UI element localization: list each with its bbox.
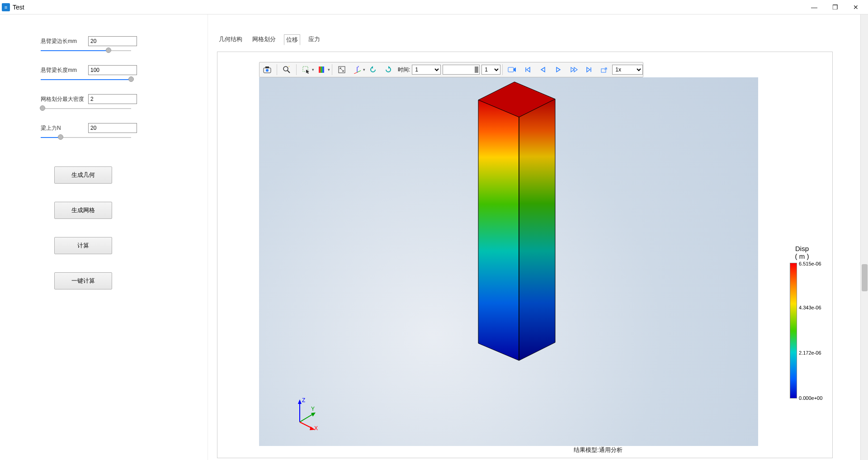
fit-icon[interactable]: [335, 63, 349, 76]
svg-point-1: [266, 69, 269, 72]
svg-rect-2: [265, 66, 269, 68]
compute-button[interactable]: 计算: [54, 237, 112, 254]
legend-title2: ( m ): [777, 252, 827, 260]
maximize-button[interactable]: ❐: [825, 0, 845, 14]
param-force-slider[interactable]: [41, 136, 131, 139]
svg-line-4: [288, 71, 290, 73]
svg-line-23: [300, 414, 313, 422]
svg-marker-18: [519, 99, 555, 360]
svg-text:z: z: [358, 66, 359, 68]
last-frame-icon[interactable]: [582, 63, 596, 76]
beam-model: [456, 81, 564, 361]
color-legend: Disp ( m ) 6.515e-06 4.343e-06 2.172e-06…: [758, 77, 832, 446]
screenshot-icon[interactable]: [260, 63, 274, 76]
play-icon[interactable]: [552, 63, 565, 76]
time-select[interactable]: 1: [412, 65, 441, 75]
svg-marker-17: [478, 100, 519, 360]
param-length-slider[interactable]: [41, 78, 131, 81]
redo-icon[interactable]: [382, 63, 395, 76]
svg-text:Z: Z: [302, 397, 305, 403]
one-click-compute-button[interactable]: 一键计算: [54, 272, 112, 289]
minimize-button[interactable]: ―: [804, 0, 825, 14]
axis-view-icon[interactable]: z: [350, 63, 364, 76]
svg-text:Y: Y: [311, 406, 315, 412]
param-label: 梁上力N: [41, 124, 88, 132]
legend-tick-2: 4.343e-06: [799, 305, 832, 310]
undo-icon[interactable]: [366, 63, 380, 76]
param-label: 悬臂梁边长mm: [41, 38, 88, 45]
tab-mesh[interactable]: 网格划分: [250, 34, 278, 45]
svg-line-11: [357, 71, 361, 72]
tab-geometry[interactable]: 几何结构: [217, 34, 244, 45]
tab-displacement[interactable]: 位移: [284, 34, 300, 45]
zoom-icon[interactable]: [280, 63, 293, 76]
param-mesh-density-slider[interactable]: [41, 107, 131, 110]
param-length: 悬臂梁长度mm: [41, 65, 180, 75]
generate-mesh-button[interactable]: 生成网格: [54, 202, 112, 219]
param-label: 网格划分最大密度: [41, 95, 88, 103]
window-title: Test: [13, 4, 24, 11]
param-force: 梁上力N: [41, 123, 180, 133]
param-side-length-input[interactable]: [88, 36, 137, 46]
param-side-length-slider[interactable]: [41, 49, 131, 52]
export-icon[interactable]: [598, 63, 611, 76]
svg-marker-21: [298, 399, 302, 404]
param-side-length: 悬臂梁边长mm: [41, 36, 180, 46]
viewer-toolbar: ▾ ▾ z ▾ 时间: 1 1 1x: [259, 62, 643, 77]
param-mesh-density-input[interactable]: [88, 94, 137, 104]
legend-tick-max: 6.515e-06: [799, 261, 832, 266]
svg-rect-6: [319, 66, 321, 73]
frame-select[interactable]: 1: [481, 65, 500, 75]
axis-triad: Z Y X: [291, 395, 327, 432]
parameter-panel: 悬臂梁边长mm 悬臂梁长度mm 网格划分最大密度 梁上力N 生成几何 生成网格: [0, 14, 208, 460]
time-label: 时间:: [396, 66, 412, 74]
close-button[interactable]: ✕: [845, 0, 866, 14]
legend-tick-min: 0.000e+00: [799, 395, 832, 401]
svg-text:X: X: [314, 425, 318, 431]
svg-rect-14: [508, 67, 514, 72]
legend-tick-1: 2.172e-06: [799, 350, 832, 356]
param-force-input[interactable]: [88, 123, 137, 133]
speed-select[interactable]: 1x: [612, 65, 643, 75]
legend-colorbar: [790, 263, 797, 398]
prev-frame-icon[interactable]: [536, 63, 550, 76]
svg-rect-8: [322, 66, 324, 73]
viewport-3d[interactable]: Z Y X: [259, 77, 758, 446]
app-icon: ≡: [2, 3, 10, 11]
next-frame-icon[interactable]: [567, 63, 580, 76]
svg-line-12: [354, 72, 357, 74]
param-length-input[interactable]: [88, 65, 137, 75]
select-icon[interactable]: [299, 63, 313, 76]
generate-geometry-button[interactable]: 生成几何: [54, 166, 112, 184]
svg-rect-7: [321, 66, 322, 73]
svg-point-3: [283, 66, 288, 71]
result-tabs: 几何结构 网格划分 位移 应力: [208, 14, 868, 49]
tab-stress[interactable]: 应力: [307, 34, 322, 45]
legend-title1: Disp: [777, 245, 827, 252]
param-mesh-density: 网格划分最大密度: [41, 94, 180, 104]
viewer-area: 几何结构 网格划分 位移 应力 ▾ ▾ z ▾ 时间: [208, 14, 868, 460]
time-slider[interactable]: [443, 65, 480, 75]
param-label: 悬臂梁长度mm: [41, 66, 88, 74]
record-icon[interactable]: [505, 63, 519, 76]
vertical-scrollbar[interactable]: [860, 14, 868, 460]
first-frame-icon[interactable]: [521, 63, 534, 76]
title-bar: ≡ Test ― ❐ ✕: [0, 0, 868, 14]
viewer-frame: ▾ ▾ z ▾ 时间: 1 1 1x: [217, 52, 833, 458]
model-caption: 结果模型:通用分析: [574, 446, 623, 454]
display-mode-icon[interactable]: [315, 63, 329, 76]
